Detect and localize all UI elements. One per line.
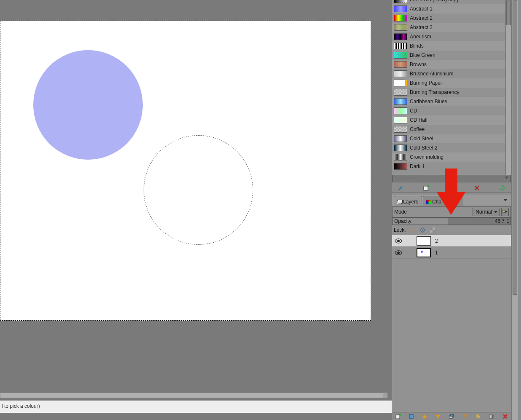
mode-value: Normal [476, 209, 492, 215]
new-group-button[interactable] [408, 413, 415, 419]
gradient-item[interactable]: Crown molding [392, 152, 505, 162]
duplicate-gradient-button[interactable] [447, 184, 456, 192]
gradient-item[interactable]: Aneurism [392, 32, 505, 41]
gradient-item[interactable]: Blinds [392, 41, 505, 51]
gradient-item[interactable]: CD [392, 106, 505, 115]
svg-rect-8 [433, 230, 435, 233]
lock-alpha-button[interactable] [429, 227, 436, 233]
mode-dropdown[interactable]: Normal [473, 208, 500, 216]
tab-layers[interactable]: Layers [394, 196, 422, 206]
lock-position-button[interactable] [419, 227, 426, 233]
gradient-scroll-thumb[interactable] [506, 0, 511, 25]
gradient-name: CD [410, 108, 417, 114]
gradient-item[interactable]: Abstract 2 [392, 13, 505, 23]
tab-paths-label: aths [449, 199, 459, 205]
layer-row[interactable]: 2 [392, 235, 511, 247]
merge-down-button[interactable] [475, 413, 482, 419]
gradient-name: Blue Green [410, 52, 436, 58]
gradient-item[interactable]: Browns [392, 60, 505, 69]
layer-thumbnail[interactable] [417, 248, 431, 257]
svg-text:+: + [427, 185, 429, 189]
gradient-list[interactable]: FG to BG (RGB) copyAbstract 1Abstract 2A… [392, 0, 505, 175]
gradient-swatch [394, 15, 407, 21]
refresh-gradient-button[interactable] [497, 184, 507, 192]
opacity-slider[interactable]: Opacity 46.7 [392, 217, 511, 225]
gradient-scrollbar[interactable] [505, 0, 511, 175]
new-layer-button[interactable]: + [395, 413, 401, 419]
gradient-item[interactable]: Abstract 3 [392, 23, 505, 32]
mode-extra-button[interactable] [501, 208, 509, 216]
gradient-name: Caribbean Blues [410, 99, 447, 104]
tag-input[interactable] [393, 175, 502, 182]
tab-menu-button[interactable] [502, 197, 509, 204]
mode-row: Mode Normal [392, 206, 511, 217]
gradient-item[interactable]: Brushed Aluminium [392, 69, 505, 78]
gradient-swatch [394, 89, 407, 96]
gradient-swatch [394, 154, 407, 161]
svg-rect-17 [451, 414, 454, 417]
duplicate-layer-button[interactable] [448, 413, 455, 419]
tag-dropdown-icon[interactable] [505, 177, 509, 179]
chevron-down-icon [507, 222, 509, 224]
gradient-swatch [394, 135, 407, 142]
gradient-name: Brushed Aluminium [410, 71, 453, 77]
gradient-item[interactable]: Cold Steel 2 [392, 143, 505, 152]
layers-icon [397, 200, 402, 204]
gradient-name: Crown molding [410, 154, 444, 160]
lock-pixels-button[interactable] [409, 227, 416, 233]
gradient-swatch [394, 24, 407, 31]
delete-layer-button[interactable] [502, 413, 508, 419]
chevron-up-icon [507, 219, 509, 220]
layer-name[interactable]: 2 [435, 238, 438, 244]
gradient-item[interactable]: Burning Transparency [392, 88, 505, 97]
gradient-name: Abstract 1 [410, 6, 433, 12]
tab-layers-label: Layers [403, 199, 418, 205]
gradient-item[interactable]: FG to BG (RGB) copy [392, 0, 505, 4]
gradient-item[interactable]: Burning Paper [392, 78, 505, 88]
tab-paths[interactable]: aths [446, 196, 462, 206]
visibility-toggle[interactable] [395, 238, 402, 244]
gradient-item[interactable]: Caribbean Blues [392, 97, 505, 106]
delete-gradient-button[interactable] [472, 184, 481, 192]
gradient-item[interactable]: CD Half [392, 115, 505, 125]
layer-thumbnail[interactable] [417, 236, 431, 246]
opacity-spinner[interactable] [506, 218, 510, 225]
svg-rect-15 [409, 415, 413, 418]
svg-point-12 [397, 251, 400, 254]
side-panel: FG to BG (RGB) copyAbstract 1Abstract 2A… [392, 0, 521, 420]
gradient-swatch [394, 144, 407, 151]
gradient-swatch [394, 98, 407, 105]
gradient-item[interactable]: Coffee [392, 125, 505, 134]
tag-filter[interactable] [392, 175, 511, 182]
gradient-name: Cold Steel [410, 136, 433, 142]
layer-row[interactable]: 1 [392, 247, 511, 259]
gradient-item[interactable]: Dark 1 [392, 162, 505, 171]
svg-text:+: + [399, 414, 401, 417]
gradient-swatch [394, 126, 407, 133]
gradient-item[interactable]: Abstract 1 [392, 4, 505, 13]
dock-tabs: Layers Cha aths [392, 195, 511, 206]
anchor-layer-button[interactable] [462, 413, 468, 419]
layer-name[interactable]: 1 [435, 250, 438, 256]
gradient-name: Coffee [410, 126, 425, 132]
side-scroll-thumb[interactable] [513, 0, 517, 295]
layers-list[interactable]: 21 [392, 235, 511, 412]
canvas[interactable] [0, 21, 371, 321]
canvas-area[interactable] [0, 0, 387, 398]
gradient-item[interactable]: Cold Steel [392, 134, 505, 143]
caret-down-icon [503, 199, 508, 201]
tab-channels[interactable]: Cha [423, 196, 445, 206]
lower-layer-button[interactable] [435, 413, 441, 419]
edit-gradient-button[interactable] [396, 184, 406, 192]
gradient-item[interactable]: Blue Green [392, 51, 505, 60]
selection-ellipse[interactable] [144, 135, 253, 245]
horizontal-scrollbar[interactable] [0, 393, 387, 398]
side-scrollbar[interactable] [511, 0, 518, 420]
mask-button[interactable] [488, 413, 495, 419]
new-gradient-button[interactable]: + [422, 184, 431, 192]
visibility-toggle[interactable] [395, 250, 402, 256]
gradient-name: CD Half [410, 117, 427, 123]
canvas-nav-corner[interactable] [383, 393, 387, 398]
gradient-name: Abstract 2 [410, 15, 433, 21]
raise-layer-button[interactable] [422, 413, 428, 419]
